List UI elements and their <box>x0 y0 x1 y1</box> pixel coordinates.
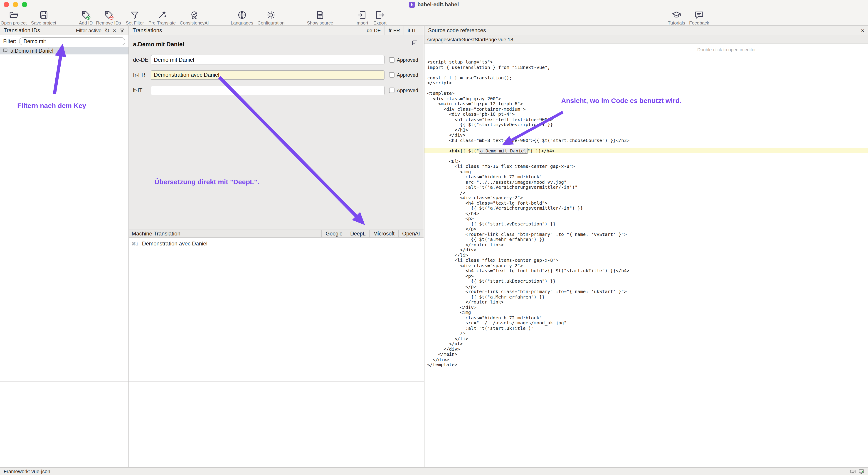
translation-input-de-DE[interactable] <box>151 55 384 64</box>
window-title: b babel-edit.babel <box>0 1 868 8</box>
translation-id-item-selected[interactable]: a.Demo mit Daniel <box>0 47 128 55</box>
code-line: {{ $t("start.vvDescription") }} <box>425 221 868 226</box>
consistency-ai-button[interactable]: ConsistencyAI <box>180 10 209 25</box>
toolbar-label: Add ID <box>79 21 93 25</box>
import-button[interactable]: Import <box>355 10 368 25</box>
badge-check-icon <box>189 10 199 20</box>
file-reference-row[interactable]: src/pages/start/GuestStartPage.vue:18 <box>425 35 868 43</box>
code-line <box>425 86 868 91</box>
filter-input[interactable] <box>19 37 126 45</box>
globe-icon <box>237 10 247 20</box>
code-line: <template> <box>425 91 868 96</box>
filter-active-label: Filter active <box>76 28 102 33</box>
show-source-button[interactable]: Show source <box>307 10 333 25</box>
code-line: {{ $t("start.ukDescription") }} <box>425 278 868 284</box>
referenced-translation-key[interactable]: a.Demo mit Daniel <box>479 148 528 154</box>
toolbar-label: Show source <box>307 21 333 25</box>
code-line: </router-link> <box>425 299 868 305</box>
translation-input-fr-FR[interactable] <box>151 70 384 80</box>
feedback-button[interactable]: Feedback <box>689 10 709 25</box>
code-line: :alt="t('a.Versicherungsvermittler/-in')… <box>425 184 868 190</box>
approved-checkbox-fr-FR[interactable] <box>389 72 395 77</box>
toolbar-label: Feedback <box>689 21 709 25</box>
code-line: class="hidden h-72 md:block" <box>425 315 868 320</box>
window-chrome: b babel-edit.babel Open project Save pro… <box>0 0 868 26</box>
close-panel-icon[interactable]: × <box>861 28 864 33</box>
keyboard-icon[interactable] <box>850 468 856 474</box>
machine-translation-result[interactable]: ⌘1 Démonstration avec Daniel <box>132 240 208 247</box>
code-line: </div> <box>425 247 868 252</box>
machine-translation-title: Machine Translation <box>132 231 181 237</box>
language-tab-fr-FR[interactable]: fr-FR <box>384 26 404 35</box>
code-line: <img <box>425 169 868 174</box>
annotation-filter-note: Filtern nach dem Key <box>17 102 86 109</box>
translation-row-de-DE: de-DE Approved <box>133 55 418 64</box>
add-id-button[interactable]: Add ID <box>79 10 93 25</box>
refresh-icon[interactable]: ↻ <box>105 28 110 33</box>
code-line: const { t } = useTranslation(); <box>425 75 868 80</box>
approved-checkbox-de-DE[interactable] <box>389 57 395 62</box>
code-line: </div> <box>425 133 868 138</box>
set-filter-button[interactable]: Set Filter <box>126 10 144 25</box>
languages-button[interactable]: Languages <box>231 10 253 25</box>
toolbar-label: Open project <box>1 21 27 25</box>
tutorials-button[interactable]: Tutorials <box>668 10 685 25</box>
speech-bubble-icon <box>3 48 8 53</box>
remove-ids-button[interactable]: Remove IDs <box>96 10 121 25</box>
filter-icon[interactable] <box>119 28 125 33</box>
language-label: de-DE <box>133 57 151 63</box>
code-line: <script setup lang="ts"> <box>425 60 868 65</box>
code-line: </li> <box>425 252 868 258</box>
code-line: {{ $t("a.Mehr erfahren") }} <box>425 294 868 299</box>
code-line: </p> <box>425 284 868 289</box>
code-line <box>425 154 868 159</box>
clear-filter-icon[interactable]: × <box>113 28 116 33</box>
code-line-highlighted: <h4>{{ $t("a.Demo mit Daniel") }}</h4> <box>425 148 868 154</box>
code-line: /> <box>425 331 868 336</box>
filter-label: Filter: <box>3 38 17 44</box>
code-line: </main> <box>425 351 868 357</box>
gear-icon <box>266 10 276 20</box>
toolbar-label: Import <box>355 21 368 25</box>
mt-tab-google[interactable]: Google <box>322 230 346 237</box>
approved-checkbox-it-IT[interactable] <box>389 88 395 93</box>
code-line <box>425 143 868 148</box>
translations-panel: Translations de-DE fr-FR it-IT a.Demo mi… <box>129 26 424 467</box>
open-in-editor-hint: Double-click to open in editor <box>697 47 756 52</box>
code-line: <div class="container-medium"> <box>425 106 868 112</box>
annotation-deepl-note: Übersetzung direkt mit "DeepL". <box>154 178 259 185</box>
toolbar-label: Configuration <box>258 21 285 25</box>
configuration-button[interactable]: Configuration <box>258 10 285 25</box>
language-tab-de-DE[interactable]: de-DE <box>363 26 384 35</box>
toolbar-label: Save project <box>31 21 56 25</box>
mt-tab-openai[interactable]: OpenAI <box>398 230 424 237</box>
horizontal-splitter[interactable] <box>0 381 424 381</box>
translation-input-it-IT[interactable] <box>151 86 384 95</box>
save-project-button[interactable]: Save project <box>31 10 56 25</box>
screen-icon[interactable] <box>859 468 864 474</box>
magic-wand-icon <box>157 10 167 20</box>
tag-remove-icon <box>103 10 114 20</box>
panel-splitter-left[interactable] <box>128 26 129 467</box>
code-line: </script> <box>425 80 868 86</box>
export-button[interactable]: Export <box>373 10 386 25</box>
code-line: <ul> <box>425 159 868 164</box>
code-line: class="hidden h-72 md:block" <box>425 174 868 179</box>
open-project-button[interactable]: Open project <box>1 10 27 25</box>
source-references-header: Source code references × <box>425 26 868 35</box>
translation-id-label: a.Demo mit Daniel <box>10 48 53 53</box>
code-line: <div class="pb-10 pt-4"> <box>425 112 868 117</box>
toolbar-label: Export <box>373 21 386 25</box>
mt-tab-deepl[interactable]: DeepL <box>346 230 369 237</box>
code-block: <script setup lang="ts">import { useTran… <box>425 60 868 367</box>
code-line: </ul> <box>425 341 868 346</box>
source-document-icon <box>315 10 325 20</box>
panel-splitter-right[interactable] <box>424 26 425 467</box>
pre-translate-button[interactable]: Pre-Translate <box>149 10 176 25</box>
approved-label: Approved <box>397 72 418 77</box>
mt-tab-microsoft[interactable]: Microsoft <box>369 230 398 237</box>
code-line: <div class="space-y-2"> <box>425 195 868 200</box>
language-tab-it-IT[interactable]: it-IT <box>404 26 420 35</box>
comment-icon[interactable] <box>411 39 418 46</box>
machine-translation-tabs: Google DeepL Microsoft OpenAI <box>322 230 424 237</box>
